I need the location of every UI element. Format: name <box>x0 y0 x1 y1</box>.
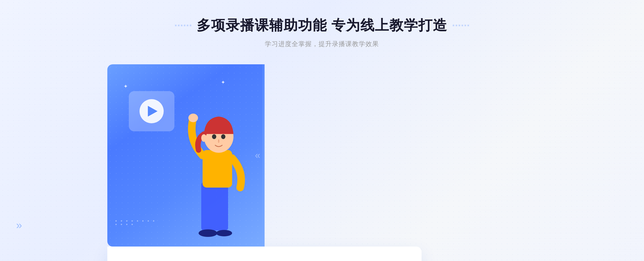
arrows-left-icon: » <box>16 219 22 231</box>
sparkle-icon-2: ✦ <box>221 79 225 85</box>
play-bubble <box>129 91 174 131</box>
svg-point-6 <box>221 134 225 139</box>
illustration-bg: ✦ ✦ <box>107 64 263 247</box>
title-deco-left <box>175 25 191 26</box>
content-wrapper: ✦ ✦ <box>107 64 422 261</box>
panel-stripe <box>262 64 265 247</box>
svg-rect-0 <box>201 182 228 230</box>
page-container: » 多项录播课辅助功能 专为线上教学打造 学习进度全掌握，提升录播课教学效 <box>0 0 644 261</box>
features-panel: 支持视频、音频、flash、word、excel、ppt、pdf等各种格式的资源… <box>107 247 422 261</box>
header-section: 多项录播课辅助功能 专为线上教学打造 学习进度全掌握，提升录播课教学效果 <box>175 16 469 48</box>
page-title: 多项录播课辅助功能 专为线上教学打造 <box>197 16 447 35</box>
illustration-area: ✦ ✦ <box>107 64 263 247</box>
svg-rect-3 <box>203 150 232 188</box>
svg-point-5 <box>212 134 216 139</box>
page-subtitle: 学习进度全掌握，提升录播课教学效果 <box>175 40 469 48</box>
play-triangle <box>148 106 158 117</box>
sparkle-icon-1: ✦ <box>123 83 128 90</box>
title-deco-right <box>453 25 469 26</box>
person-figure <box>172 96 258 247</box>
content-section: ✦ ✦ <box>107 64 537 261</box>
svg-point-7 <box>201 134 207 142</box>
svg-point-8 <box>188 114 198 122</box>
svg-point-2 <box>216 230 232 236</box>
play-icon <box>140 99 164 123</box>
svg-point-1 <box>199 229 217 237</box>
title-row: 多项录播课辅助功能 专为线上教学打造 <box>175 16 469 35</box>
